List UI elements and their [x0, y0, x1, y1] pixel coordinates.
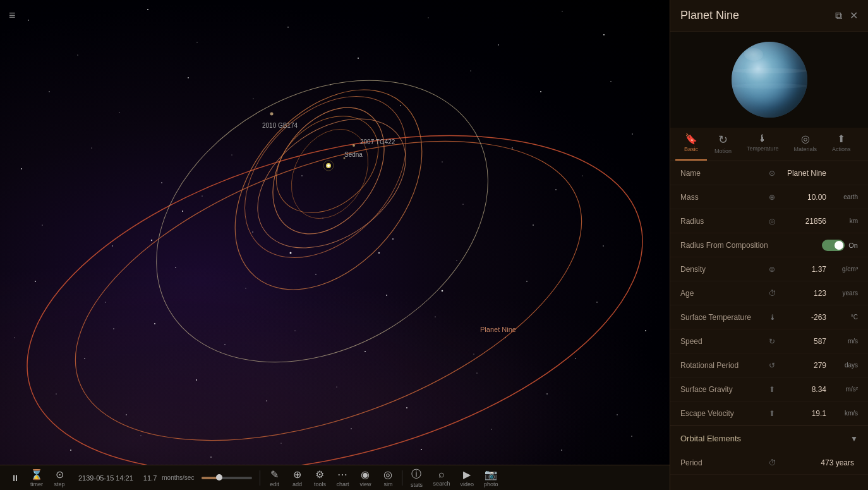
prop-age-unit: years — [830, 290, 858, 297]
tools-icon: ⚙ — [315, 469, 324, 481]
step-label: step — [54, 481, 64, 487]
toolbar-search[interactable]: ⌕ search — [428, 465, 455, 490]
view-label: view — [359, 481, 371, 487]
prop-gravity: Surface Gravity ⬆ 8.34 m/s² — [670, 377, 868, 401]
prop-age-value: 123 — [784, 289, 830, 298]
toolbar-timer[interactable]: ⌛ timer — [25, 465, 48, 490]
svg-text:Planet Nine: Planet Nine — [480, 326, 516, 333]
toolbar-video[interactable]: ▶ video — [455, 465, 479, 490]
prop-radius-composition: Radius From Composition On — [670, 233, 868, 257]
pause-button[interactable]: ⏸ — [5, 468, 25, 488]
rfc-toggle-knob — [835, 241, 843, 250]
planet-band-1 — [732, 68, 807, 73]
video-label: video — [460, 481, 474, 487]
svg-point-88 — [234, 92, 430, 274]
prop-age-icon: ⏱ — [769, 289, 781, 298]
prop-density: Density ⊚ 1.37 g/cm³ — [670, 257, 868, 281]
tab-bar: 🔖 Basic ↻ Motion 🌡 Temperature ◎ Materia… — [670, 128, 868, 161]
tools-label: tools — [314, 481, 326, 487]
basic-icon: 🔖 — [685, 133, 697, 145]
svg-point-86 — [197, 54, 459, 326]
prop-name-label: Name — [680, 169, 769, 178]
close-button[interactable]: ✕ — [850, 9, 858, 21]
panel-header-icons: ⧉ ✕ — [835, 9, 858, 21]
basic-label: Basic — [684, 146, 698, 152]
prop-temp-value: -263 — [784, 313, 830, 322]
speed-slider-thumb — [216, 474, 222, 481]
toolbar-tools[interactable]: ⚙ tools — [308, 465, 331, 490]
search-icon: ⌕ — [438, 469, 445, 480]
toolbar-step[interactable]: ⊙ step — [48, 465, 71, 490]
chart-label: chart — [336, 481, 349, 487]
properties-list: Name ⊙ Planet Nine Mass ⊕ 10.00 earth Ra… — [670, 161, 868, 490]
panel-title: Planet Nine — [680, 9, 739, 22]
prop-grav-unit: m/s² — [830, 386, 858, 393]
prop-radius-label: Radius — [680, 217, 769, 226]
prop-density-label: Density — [680, 265, 769, 274]
speed-slider[interactable] — [202, 477, 252, 479]
chart-icon: ⋯ — [337, 469, 347, 481]
prop-rot-unit: days — [830, 362, 858, 369]
prop-mass: Mass ⊕ 10.00 earth — [670, 185, 868, 209]
stats-label: stats — [411, 482, 423, 488]
tab-temperature[interactable]: 🌡 Temperature — [739, 128, 787, 161]
orbital-elements-title: Orbital Elements — [680, 434, 741, 443]
prop-mass-value: 10.00 — [784, 193, 830, 202]
toolbar-view[interactable]: ◉ view — [354, 465, 377, 490]
speed-value: 11.7 — [141, 474, 159, 482]
menu-button[interactable]: ≡ — [9, 9, 16, 22]
space-viewport[interactable]: 2010 GB174 2007 TG422 Sedna Planet Nine — [0, 0, 670, 465]
view-icon: ◉ — [361, 469, 370, 481]
svg-point-83 — [0, 75, 670, 465]
toolbar-edit[interactable]: ✎ edit — [263, 465, 286, 490]
photo-icon: 📷 — [485, 469, 497, 481]
orbital-paths: 2010 GB174 2007 TG422 Sedna Planet Nine — [0, 0, 670, 465]
copy-button[interactable]: ⧉ — [835, 10, 842, 21]
temperature-label: Temperature — [747, 145, 779, 152]
prop-esc-unit: km/s — [830, 410, 858, 417]
svg-point-96 — [353, 144, 355, 147]
materials-label: Materials — [794, 146, 817, 152]
orbital-elements-section[interactable]: Orbital Elements ▼ — [670, 426, 868, 451]
prop-grav-label: Surface Gravity — [680, 385, 769, 394]
tab-actions[interactable]: ⬆ Actions — [824, 128, 859, 161]
prop-mass-unit: earth — [830, 193, 858, 200]
materials-icon: ◎ — [801, 133, 810, 145]
prop-esc-icon: ⬆ — [769, 409, 781, 418]
prop-age: Age ⏱ 123 years — [670, 281, 868, 305]
rfc-toggle[interactable] — [822, 240, 845, 251]
toolbar-add[interactable]: ⊕ add — [286, 465, 308, 490]
temperature-icon: 🌡 — [757, 133, 768, 144]
tab-basic[interactable]: 🔖 Basic — [675, 128, 707, 161]
svg-text:Sedna: Sedna — [344, 151, 363, 158]
photo-label: photo — [484, 481, 498, 487]
edit-label: edit — [270, 481, 279, 487]
sim-icon: ◎ — [383, 469, 392, 481]
divider-1 — [260, 470, 260, 486]
toolbar-sim[interactable]: ◎ sim — [377, 465, 399, 490]
motion-icon: ↻ — [718, 133, 728, 147]
stats-icon: ⓘ — [411, 468, 421, 481]
prop-rotation: Rotational Period ↺ 279 days — [670, 353, 868, 377]
planet-thumbnail — [670, 32, 868, 128]
prop-speed-value: 587 — [784, 337, 830, 346]
prop-speed: Speed ↻ 587 m/s — [670, 329, 868, 353]
svg-text:2007 TG422: 2007 TG422 — [360, 138, 395, 145]
rfc-toggle-label: On — [848, 242, 858, 249]
video-icon: ▶ — [463, 469, 471, 481]
prop-temp-icon: 🌡 — [769, 313, 781, 322]
toolbar-stats[interactable]: ⓘ stats — [405, 465, 428, 490]
prop-rfc-label: Radius From Composition — [680, 241, 769, 250]
prop-esc-value: 19.1 — [784, 409, 830, 418]
toolbar-chart[interactable]: ⋯ chart — [331, 465, 354, 490]
speed-unit: months/sec — [159, 474, 196, 481]
planet-band-2 — [732, 83, 807, 89]
prop-mass-label: Mass — [680, 193, 769, 202]
prop-name-icon: ⊙ — [769, 169, 781, 178]
hamburger-icon: ≡ — [9, 9, 16, 21]
prop-density-unit: g/cm³ — [830, 266, 858, 273]
tab-motion[interactable]: ↻ Motion — [707, 128, 739, 161]
toolbar-photo[interactable]: 📷 photo — [479, 465, 503, 490]
tab-materials[interactable]: ◎ Materials — [787, 128, 825, 161]
prop-temperature: Surface Temperature 🌡 -263 °C — [670, 305, 868, 329]
